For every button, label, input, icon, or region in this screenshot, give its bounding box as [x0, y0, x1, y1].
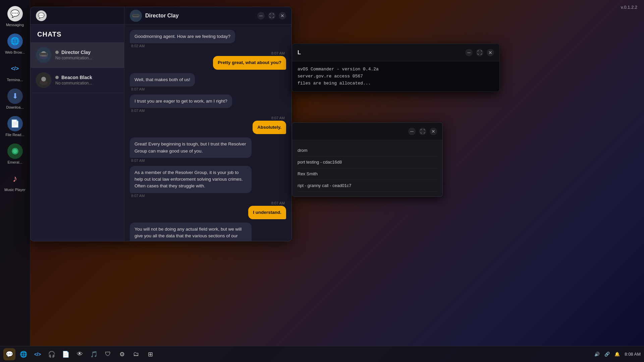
taskbar-volume-icon[interactable]: 🔊: [594, 352, 600, 357]
sidebar-label-music: Music Player: [4, 188, 25, 192]
terminal-line-1: avOS Commander - version 0.4.2a: [298, 66, 494, 73]
message-5: 8:07 AM Absolutely.: [130, 116, 286, 134]
sidebar-item-terminal[interactable]: </> Termina...: [2, 58, 28, 84]
taskbar-layers[interactable]: 🗂: [130, 348, 142, 360]
message-bubble-9: You will not be doing any actual field w…: [130, 223, 252, 241]
terminal-window: L ─ ⛶ ✕ avOS Commander - version 0.4.2a …: [292, 44, 500, 92]
message-9: You will not be doing any actual field w…: [130, 223, 286, 241]
sidebar-item-messaging[interactable]: 💬 Messaging: [2, 3, 28, 29]
message-time-7: 8:07 AM: [130, 194, 146, 198]
taskbar-bell-icon[interactable]: 🔔: [614, 352, 620, 357]
sidebar-label-terminal: Termina...: [7, 78, 23, 82]
chat-sidebar: 💬 CHATS Director Clay No communi: [31, 7, 124, 241]
message-3: Well, that makes both of us! 8:07 AM: [130, 73, 286, 91]
sidebar-item-music-player[interactable]: ♪ Music Player: [2, 168, 28, 194]
maximize-button[interactable]: ⛶: [268, 12, 275, 19]
taskbar-time: 8:08 AM: [625, 352, 641, 357]
taskbar-shield[interactable]: 🛡: [102, 348, 114, 360]
minimize-button[interactable]: ─: [257, 12, 265, 19]
taskbar-globe[interactable]: 🌐: [17, 348, 30, 360]
message-bubble-5: Absolutely.: [253, 121, 286, 134]
taskbar: 💬 🌐 </> 🎧 📄 👁 🎵 🛡 ⚙ 🗂 ⊞ 🔊 🔗 🔔 8:08 AM: [0, 346, 644, 362]
message-time-3: 8:07 AM: [130, 87, 146, 91]
taskbar-grid[interactable]: ⊞: [144, 348, 156, 360]
terminal-controls: ─ ⛶ ✕: [465, 49, 494, 56]
beacon-black-name: Beacon Black: [61, 75, 92, 80]
message-1: Goodmorning agent. How are we feeling to…: [130, 30, 286, 48]
list-maximize[interactable]: ⛶: [419, 128, 426, 135]
chat-main-titlebar: Director Clay ─ ⛶ ✕: [124, 7, 291, 24]
chat-main: Director Clay ─ ⛶ ✕ Goodmorning agent. H…: [124, 7, 291, 241]
svg-rect-6: [40, 53, 47, 55]
list-titlebar: ─ ⛶ ✕: [292, 123, 442, 140]
message-bubble-6: Great! Every beginning is tough, but I t…: [130, 137, 252, 158]
message-time-6: 8:07 AM: [130, 159, 146, 163]
version-label: v.0.1.2.2: [621, 5, 637, 10]
taskbar-music-note[interactable]: 🎵: [88, 348, 100, 360]
web-browser-icon: 🌐: [7, 34, 23, 49]
chat-title-text: Director Clay: [145, 13, 179, 19]
music-player-icon: ♪: [7, 171, 23, 186]
chat-titlebar-controls: ─ ⛶ ✕: [257, 12, 286, 19]
sidebar-label-emerald: Emeral...: [7, 160, 22, 164]
message-4: I trust you are eager to get to work, am…: [130, 95, 286, 113]
message-time-2: 8:07 AM: [270, 51, 286, 55]
message-bubble-8: I understand.: [248, 206, 286, 219]
chat-app-icon: 💬: [36, 10, 47, 21]
message-time-4: 8:07 AM: [130, 109, 146, 113]
taskbar-messaging[interactable]: 💬: [3, 348, 15, 360]
list-window: ─ ⛶ ✕ drom port testing - cdac16d8 Rex S…: [292, 122, 443, 197]
terminal-titlebar: L ─ ⛶ ✕: [292, 44, 499, 61]
terminal-line-3: files are being allocated...: [298, 80, 494, 87]
sidebar-label-messaging: Messaging: [6, 23, 24, 27]
director-clay-avatar-small: [130, 10, 142, 22]
beacon-black-last-msg: No communication...: [55, 81, 119, 85]
director-clay-last-msg: No communication...: [55, 56, 119, 60]
sidebar-label-downloads: Downloa...: [6, 105, 24, 109]
taskbar-share-icon[interactable]: 🔗: [604, 352, 610, 357]
chat-window: 💬 CHATS Director Clay No communi: [30, 7, 292, 241]
sidebar-item-emerald[interactable]: Emeral...: [2, 141, 28, 167]
sidebar-item-downloads[interactable]: ⬇ Downloa...: [2, 86, 28, 112]
message-bubble-7: As a member of the Resolver Group, it is…: [130, 166, 252, 193]
director-clay-status-dot: [55, 51, 59, 54]
chats-header: CHATS: [31, 24, 124, 43]
taskbar-file[interactable]: 📄: [60, 348, 72, 360]
terminal-line-2: server.gov.re access 0567: [298, 73, 494, 80]
list-minimize[interactable]: ─: [408, 128, 416, 135]
contact-beacon-black[interactable]: Beacon Black No communication...: [31, 68, 124, 93]
message-6: Great! Every beginning is tough, but I t…: [130, 137, 286, 163]
message-2: 8:07 AM Pretty great, what about you?: [130, 51, 286, 69]
taskbar-gear[interactable]: ⚙: [116, 348, 128, 360]
sidebar-item-file-reader[interactable]: 📄 File Read...: [2, 113, 28, 139]
taskbar-code[interactable]: </>: [32, 348, 44, 360]
close-button[interactable]: ✕: [279, 12, 286, 19]
message-time-8: 8:07 AM: [270, 201, 286, 205]
avatar-beacon-black: [36, 72, 51, 88]
chat-app-title: 💬: [36, 10, 47, 21]
chat-main-title: Director Clay: [130, 10, 179, 22]
message-time-1: 8:02 AM: [130, 44, 146, 48]
terminal-content: avOS Commander - version 0.4.2a server.g…: [292, 61, 499, 92]
terminal-maximize[interactable]: ⛶: [476, 49, 483, 56]
sidebar-item-web-browser[interactable]: 🌐 Web Brow...: [2, 31, 28, 57]
message-bubble-1: Goodmorning agent. How are we feeling to…: [130, 30, 235, 43]
chat-messages-area[interactable]: Goodmorning agent. How are we feeling to…: [124, 24, 291, 241]
contact-director-clay[interactable]: Director Clay No communication...: [31, 43, 124, 68]
avatar-director-clay: [36, 47, 51, 63]
taskbar-headphones[interactable]: 🎧: [46, 348, 58, 360]
messaging-icon: 💬: [7, 6, 23, 21]
list-item-4: ript - granny call - cead01c7: [298, 180, 437, 192]
list-item-3: Rex Smith: [298, 168, 437, 180]
terminal-close[interactable]: ✕: [487, 49, 494, 56]
sidebar-label-web: Web Brow...: [5, 50, 25, 54]
svg-rect-13: [133, 15, 139, 16]
message-bubble-4: I trust you are eager to get to work, am…: [130, 95, 232, 108]
taskbar-right: 🔊 🔗 🔔 8:08 AM: [594, 352, 641, 357]
list-controls: ─ ⛶ ✕: [408, 128, 437, 135]
beacon-black-status-dot: [55, 76, 59, 79]
list-close[interactable]: ✕: [430, 128, 437, 135]
terminal-icon: </>: [7, 61, 23, 76]
taskbar-eye[interactable]: 👁: [74, 348, 86, 360]
terminal-minimize[interactable]: ─: [465, 49, 473, 56]
